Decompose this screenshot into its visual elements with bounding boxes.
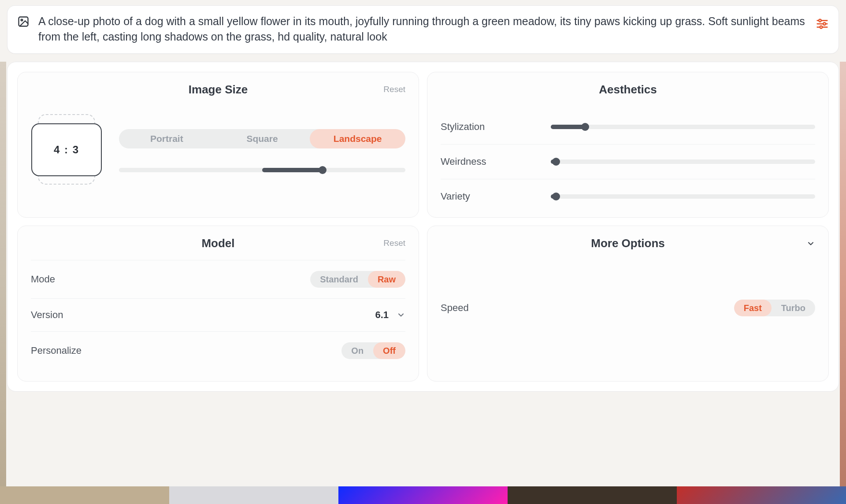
aspect-ratio-label: 4 : 3 <box>31 123 102 176</box>
stylization-slider[interactable] <box>551 125 815 129</box>
chevron-down-icon[interactable] <box>806 239 815 248</box>
weirdness-slider[interactable] <box>551 159 815 164</box>
option-standard[interactable]: Standard <box>310 271 368 288</box>
reset-button[interactable]: Reset <box>383 85 405 94</box>
version-value: 6.1 <box>375 309 389 321</box>
prompt-bar: A close-up photo of a dog with a small y… <box>7 5 839 54</box>
aesthetics-row-weirdness: Weirdness <box>441 144 815 179</box>
panel-model: Model Reset Mode StandardRaw Version 6.1 <box>17 226 419 382</box>
mode-label: Mode <box>31 274 55 285</box>
option-fast[interactable]: Fast <box>734 300 772 316</box>
orientation-segmented[interactable]: PortraitSquareLandscape <box>119 129 405 148</box>
svg-point-7 <box>820 26 823 29</box>
version-dropdown[interactable]: 6.1 <box>375 309 405 321</box>
prompt-text[interactable]: A close-up photo of a dog with a small y… <box>38 14 807 44</box>
svg-point-6 <box>823 22 826 25</box>
speed-segmented[interactable]: FastTurbo <box>734 300 815 316</box>
panel-title: Model <box>31 237 405 250</box>
panel-image-size: Image Size Reset 4 : 3 PortraitSquareLan… <box>17 72 419 218</box>
speed-label: Speed <box>441 302 469 314</box>
panel-more-options: More Options Speed FastTurbo <box>427 226 829 382</box>
aesthetics-label: Weirdness <box>441 156 538 167</box>
aspect-ratio-preview: 4 : 3 <box>31 114 102 185</box>
aspect-ratio-slider[interactable] <box>119 168 405 172</box>
settings-panels: Image Size Reset 4 : 3 PortraitSquareLan… <box>7 62 839 392</box>
option-landscape[interactable]: Landscape <box>310 129 405 148</box>
option-on[interactable]: On <box>341 342 373 359</box>
panel-title: Image Size <box>31 83 405 96</box>
aesthetics-row-variety: Variety <box>441 179 815 206</box>
personalize-segmented[interactable]: OnOff <box>341 342 405 359</box>
panel-title: Aesthetics <box>441 83 815 96</box>
panel-aesthetics: Aesthetics StylizationWeirdnessVariety <box>427 72 829 218</box>
personalize-label: Personalize <box>31 345 82 356</box>
settings-sliders-icon[interactable] <box>816 17 829 30</box>
image-icon <box>17 15 30 28</box>
option-square[interactable]: Square <box>215 129 310 148</box>
svg-point-5 <box>819 19 821 22</box>
option-turbo[interactable]: Turbo <box>772 300 815 316</box>
variety-slider[interactable] <box>551 194 815 199</box>
chevron-down-icon <box>397 311 405 319</box>
aesthetics-label: Variety <box>441 191 538 202</box>
mode-segmented[interactable]: StandardRaw <box>310 271 405 288</box>
aesthetics-row-stylization: Stylization <box>441 106 815 144</box>
reset-button[interactable]: Reset <box>383 238 405 248</box>
svg-point-1 <box>21 19 23 21</box>
version-label: Version <box>31 309 63 321</box>
option-off[interactable]: Off <box>373 342 405 359</box>
option-portrait[interactable]: Portrait <box>119 129 215 148</box>
aesthetics-label: Stylization <box>441 121 538 133</box>
option-raw[interactable]: Raw <box>368 271 405 288</box>
panel-title: More Options <box>441 237 815 250</box>
